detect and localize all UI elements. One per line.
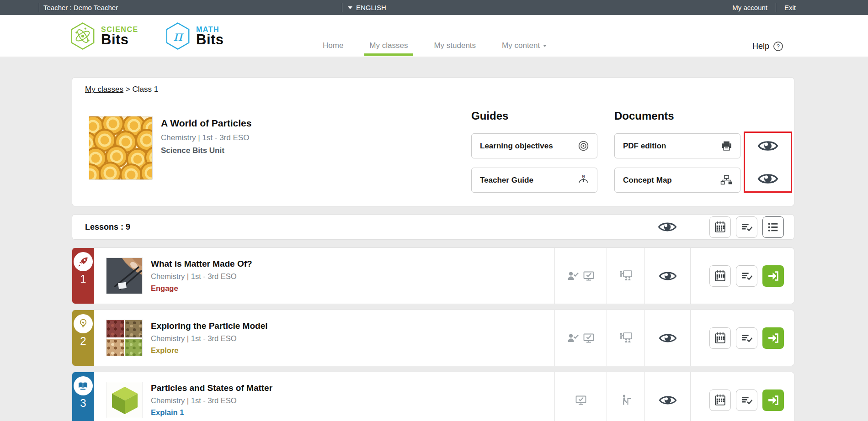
lesson-title: What is Matter Made Of? (151, 259, 554, 269)
calendar-icon (714, 221, 726, 233)
enter-icon (767, 332, 779, 344)
chevron-down-icon (543, 45, 547, 47)
calendar-icon (714, 332, 726, 344)
pi-icon: π (164, 22, 192, 50)
phase-badge (74, 376, 93, 395)
lesson-number: 1 (80, 273, 86, 285)
nav-my-content[interactable]: My content (502, 41, 547, 50)
lesson-tasks-button[interactable] (736, 389, 757, 411)
teacher-board-icon (619, 270, 633, 282)
enter-icon (767, 394, 779, 406)
learning-objectives-button[interactable]: Learning objectives (471, 133, 597, 158)
breadcrumb: My classes > Class 1 (85, 85, 158, 94)
main-header: SCIENCE Bits π MATH Bits Home My classes… (0, 15, 868, 57)
concept-map-button[interactable]: Concept Map (614, 168, 740, 193)
schedule-lesson-button[interactable] (709, 389, 731, 411)
tasks-icon (740, 394, 753, 406)
math-bits-logo[interactable]: π MATH Bits (164, 22, 224, 50)
phase-badge (74, 314, 93, 333)
help-button[interactable]: Help ? (752, 41, 783, 52)
logged-in-user-label: Teacher : Demo Teacher (43, 0, 118, 15)
lesson-number: 3 (80, 397, 86, 410)
lesson-thumbnail (106, 320, 143, 356)
lesson-tasks-button[interactable] (736, 265, 757, 287)
enter-icon (767, 270, 779, 282)
open-lesson-button[interactable] (762, 327, 784, 349)
lesson-row-3: 3 Particles and States of Matter Chemist… (72, 372, 794, 421)
teacher-guide-button[interactable]: Teacher Guide N (471, 168, 597, 193)
lesson-title: Exploring the Particle Model (151, 321, 554, 331)
list-view-button[interactable] (762, 216, 784, 238)
lesson-subject: Chemistry | 1st - 3rd ESO (151, 396, 554, 405)
language-label: ENGLISH (356, 4, 386, 11)
lesson-subject: Chemistry | 1st - 3rd ESO (151, 334, 554, 343)
target-icon (577, 140, 590, 152)
question-circle-icon: ? (773, 41, 783, 52)
schedule-lesson-button[interactable] (709, 265, 731, 287)
unit-subject: Chemistry | 1st - 3rd ESO (161, 133, 251, 142)
main-nav: Home My classes My students My content (323, 41, 573, 50)
teacher-board-icon (619, 332, 633, 344)
all-lessons-visibility-eye-icon[interactable] (658, 221, 677, 233)
unit-type-label: Science Bits Unit (161, 146, 251, 155)
lesson-visibility-eye-icon[interactable] (659, 332, 677, 344)
person-check-icon (567, 271, 579, 281)
lessons-count-label: Lessons : 9 (85, 222, 130, 232)
lesson-visibility-eye-icon[interactable] (659, 270, 677, 282)
calendar-icon (714, 394, 726, 406)
documents-heading: Documents (614, 110, 674, 122)
nav-my-students[interactable]: My students (434, 41, 476, 50)
top-bar: Teacher : Demo Teacher ENGLISH My accoun… (0, 0, 868, 15)
lesson-row-2: 2 Exploring the Particle Model Chemistry… (72, 310, 794, 366)
calendar-icon (714, 270, 726, 282)
lesson-tasks-button[interactable] (736, 327, 757, 349)
science-bits-logo[interactable]: SCIENCE Bits (69, 22, 138, 50)
lesson-phase-label: Explore (151, 346, 554, 355)
tasks-icon (740, 270, 753, 282)
lessons-bar: Lessons : 9 (72, 215, 794, 239)
breadcrumb-separator: > (126, 85, 130, 94)
guides-heading: Guides (471, 110, 508, 122)
atom-icon (69, 22, 97, 50)
language-selector[interactable]: ENGLISH (342, 0, 386, 15)
topbar-divider (776, 3, 776, 12)
person-check-icon (567, 333, 579, 343)
my-account-link[interactable]: My account (732, 4, 767, 11)
open-lesson-button[interactable] (762, 389, 784, 411)
schedule-all-button[interactable] (709, 216, 731, 238)
logo-text-bits: Bits (101, 33, 138, 47)
open-lesson-button[interactable] (762, 265, 784, 287)
unit-thumbnail (89, 116, 153, 180)
printer-icon (720, 140, 733, 152)
monitor-check-icon (583, 332, 595, 343)
svg-text:π: π (173, 27, 184, 45)
pdf-edition-button[interactable]: PDF edition (614, 133, 740, 158)
tasks-view-button[interactable] (736, 216, 757, 238)
rocket-icon (77, 256, 89, 268)
monitor-check-icon (583, 270, 595, 281)
lesson-phase-strip: 1 (72, 248, 94, 304)
list-icon (767, 221, 779, 233)
learning-objectives-label: Learning objectives (480, 142, 553, 151)
annotation-highlight-rect (744, 132, 792, 193)
schedule-lesson-button[interactable] (709, 327, 731, 349)
breadcrumb-current: Class 1 (132, 85, 158, 94)
teacher-guide-label: Teacher Guide (480, 176, 533, 185)
lightbulb-icon (77, 318, 89, 330)
unit-title: A World of Particles (161, 118, 251, 129)
help-label: Help (752, 42, 769, 51)
lesson-phase-label: Explain 1 (151, 408, 554, 417)
nav-home[interactable]: Home (323, 41, 343, 50)
person-desk-icon (620, 394, 631, 406)
lesson-phase-strip: 3 (72, 372, 94, 421)
lesson-subject: Chemistry | 1st - 3rd ESO (151, 272, 554, 281)
lesson-phase-strip: 2 (72, 310, 94, 366)
exit-link[interactable]: Exit (784, 4, 796, 11)
topbar-divider (342, 3, 342, 12)
nav-my-classes[interactable]: My classes (369, 41, 408, 50)
tasks-icon (740, 332, 753, 344)
breadcrumb-my-classes-link[interactable]: My classes (85, 85, 123, 94)
monitor-check-icon (575, 395, 587, 405)
lesson-title: Particles and States of Matter (151, 383, 554, 393)
lesson-visibility-eye-icon[interactable] (659, 394, 677, 406)
